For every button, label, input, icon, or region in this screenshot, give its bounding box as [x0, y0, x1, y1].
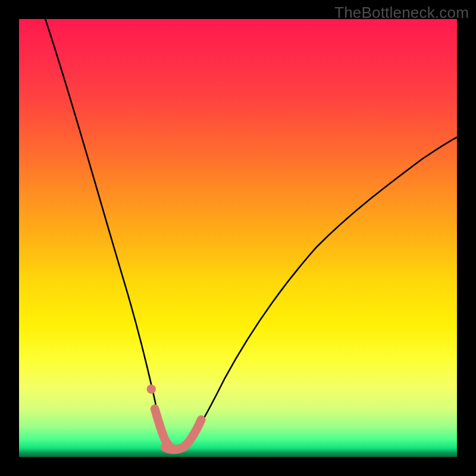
left-dot: [147, 384, 156, 393]
curve-layer: [19, 19, 457, 457]
watermark-text: TheBottleneck.com: [334, 4, 469, 22]
chart-frame: TheBottleneck.com: [0, 0, 476, 476]
valley-highlight-left: [155, 409, 172, 448]
plot-area: [19, 19, 457, 457]
bottleneck-curve: [45, 19, 457, 450]
valley-highlight-right: [165, 419, 201, 449]
